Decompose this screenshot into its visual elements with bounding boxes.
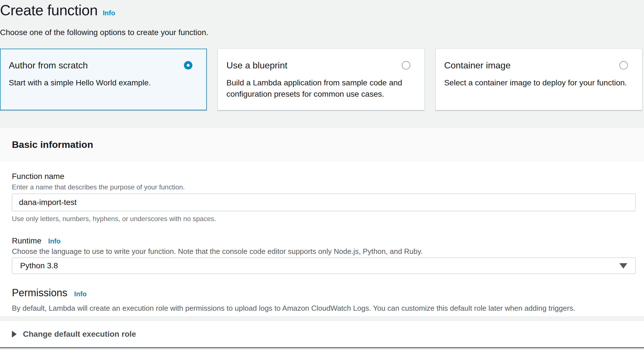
runtime-label: Runtime — [12, 236, 41, 246]
basic-information-panel: Basic information Function name Enter a … — [0, 128, 644, 316]
basic-information-title: Basic information — [12, 139, 93, 150]
runtime-description: Choose the language to use to write your… — [12, 247, 636, 256]
permissions-info-link[interactable]: Info — [74, 290, 87, 298]
option-card-description: Build a Lambda application from sample c… — [226, 77, 410, 100]
option-card-description: Select a container image to deploy for y… — [444, 77, 628, 88]
option-card-title: Author from scratch — [9, 60, 88, 71]
function-name-constraint: Use only letters, numbers, hyphens, or u… — [12, 215, 636, 223]
change-execution-role-expander[interactable]: Change default execution role — [0, 321, 644, 347]
function-name-label: Function name — [12, 172, 64, 181]
page-header: Create function Info Choose one of the f… — [0, 0, 644, 37]
function-name-description: Enter a name that describes the purpose … — [12, 183, 636, 191]
page-title-info-link[interactable]: Info — [103, 9, 115, 17]
runtime-selected-value: Python 3.8 — [20, 261, 58, 270]
expand-caret-icon — [12, 331, 17, 338]
runtime-select[interactable]: Python 3.8 — [12, 258, 636, 274]
radio-selected-icon[interactable] — [184, 61, 192, 70]
runtime-info-link[interactable]: Info — [48, 237, 61, 245]
option-card-title: Use a blueprint — [226, 60, 287, 71]
page-title: Create function — [0, 1, 98, 19]
basic-information-header: Basic information — [0, 128, 644, 161]
function-name-input[interactable] — [12, 194, 636, 211]
dropdown-arrow-icon — [619, 263, 627, 269]
change-execution-role-label: Change default execution role — [23, 330, 136, 339]
runtime-field: Runtime Info Choose the language to use … — [12, 236, 636, 274]
basic-information-body: Function name Enter a name that describe… — [0, 161, 644, 316]
option-card-description: Start with a simple Hello World example. — [9, 77, 192, 88]
create-function-page: Create function Info Choose one of the f… — [0, 0, 644, 350]
function-name-field: Function name Enter a name that describe… — [12, 172, 636, 223]
option-card-container-image[interactable]: Container image Select a container image… — [435, 49, 642, 110]
permissions-title: Permissions — [12, 287, 67, 299]
permissions-header: Permissions Info — [12, 287, 636, 299]
section-divider — [0, 316, 644, 321]
bottom-divider — [0, 347, 644, 348]
radio-unselected-icon[interactable] — [402, 61, 410, 70]
radio-unselected-icon[interactable] — [619, 61, 628, 70]
creation-option-cards: Author from scratch Start with a simple … — [0, 49, 642, 110]
option-card-use-a-blueprint[interactable]: Use a blueprint Build a Lambda applicati… — [218, 49, 424, 110]
permissions-description: By default, Lambda will create an execut… — [12, 304, 636, 313]
page-subtitle: Choose one of the following options to c… — [0, 28, 644, 37]
option-card-author-from-scratch[interactable]: Author from scratch Start with a simple … — [0, 49, 207, 110]
option-card-title: Container image — [444, 60, 511, 71]
